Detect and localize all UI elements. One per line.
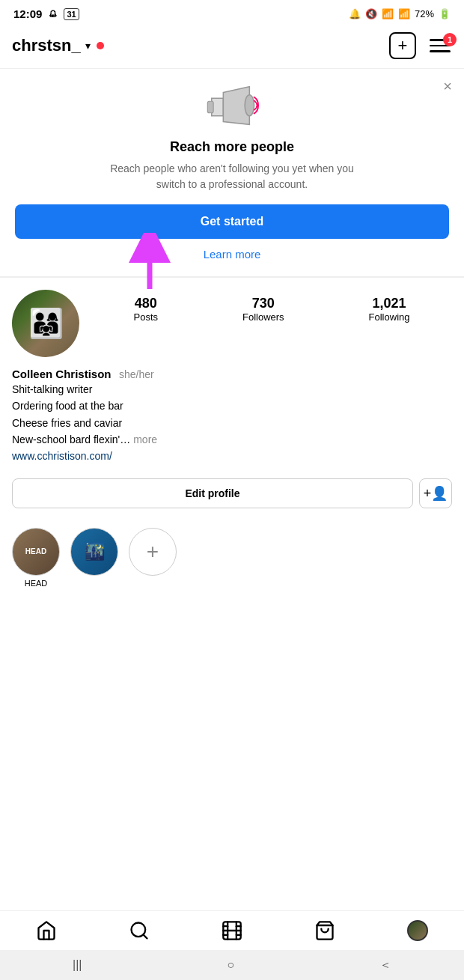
learn-more-link[interactable]: Learn more (204, 248, 261, 261)
bio-name-line: Colleen Christison she/her (12, 368, 452, 381)
pronoun: she/her (119, 368, 154, 380)
highlight-circle-2: 🌃 (70, 528, 118, 576)
highlight-label-head: HEAD (25, 579, 48, 588)
menu-button[interactable]: 1 (428, 37, 452, 54)
followers-label: Followers (242, 311, 284, 323)
bio-line-1: Shit-talking writer (12, 381, 452, 398)
username-display[interactable]: chrstsn_ (12, 36, 81, 55)
android-home-button[interactable]: ○ (227, 958, 234, 972)
svg-line-7 (143, 934, 147, 938)
followers-count: 730 (242, 296, 284, 311)
mute-icon: 🔇 (365, 8, 377, 19)
android-back-button[interactable]: ＜ (379, 958, 391, 973)
nav-search[interactable] (120, 919, 158, 943)
posts-label: Posts (133, 311, 158, 323)
highlight-item-add[interactable]: + (129, 528, 177, 588)
status-indicators: 🔔 🔇 📶 📶 72% 🔋 (349, 8, 451, 19)
home-icon (36, 920, 57, 941)
pink-arrow-icon (120, 233, 180, 293)
following-stat[interactable]: 1,021 Following (369, 296, 410, 323)
android-nav: ||| ○ ＜ (0, 950, 464, 980)
header-actions: + 1 (388, 31, 452, 61)
svg-point-2 (245, 95, 254, 116)
search-icon (129, 920, 150, 941)
promo-title: Reach more people (15, 139, 449, 155)
time-display: 12:09 (13, 7, 42, 20)
new-post-button[interactable]: + (388, 31, 418, 61)
battery-indicator: 72% (415, 8, 434, 19)
chevron-down-icon[interactable]: ▾ (85, 40, 91, 52)
profile-link[interactable]: www.cchristison.com/ (12, 450, 452, 462)
avatar (12, 290, 79, 357)
nav-reels[interactable] (213, 919, 251, 943)
promo-description: Reach people who aren't following you ye… (105, 161, 359, 192)
signal-icon: 📶 (398, 8, 410, 19)
nav-profile[interactable] (399, 919, 436, 943)
bio-line-2: Ordering food at the bar (12, 398, 452, 414)
plus-square-icon: + (389, 32, 416, 59)
nav-home[interactable] (28, 919, 65, 943)
profile-nav-avatar (407, 920, 428, 941)
shop-icon (314, 920, 335, 941)
bio-line-4: New-school bard flexin'… more (12, 431, 452, 448)
profile-top-row: 480 Posts 730 Followers 1,021 Following (12, 290, 452, 357)
promo-close-button[interactable]: × (443, 78, 452, 95)
highlight-item-2[interactable]: 🌃 (70, 528, 118, 588)
profile-section: 480 Posts 730 Followers 1,021 Following … (0, 278, 464, 517)
battery-icon: 🔋 (439, 8, 451, 19)
posts-stat[interactable]: 480 Posts (133, 296, 158, 323)
reels-icon (222, 920, 242, 941)
add-person-icon: +👤 (424, 485, 448, 502)
calendar-icon: 31 (64, 8, 79, 20)
online-indicator (97, 42, 104, 49)
promo-banner: × Reach more people Reach people who are… (0, 69, 464, 277)
edit-profile-button[interactable]: Edit profile (12, 478, 413, 508)
profile-action-buttons: Edit profile +👤 (12, 478, 452, 508)
header-left: chrstsn_ ▾ (12, 36, 104, 55)
get-started-button[interactable]: Get started (15, 204, 449, 239)
wifi-icon: 📶 (382, 8, 394, 19)
highlight-circle-add: + (129, 528, 177, 576)
status-bar: 12:09 🕭 31 🔔 🔇 📶 📶 72% 🔋 (0, 0, 464, 25)
highlights-row: HEAD HEAD 🌃 + (0, 517, 464, 594)
following-count: 1,021 (369, 296, 410, 311)
notification-icon: 🕭 (48, 8, 58, 19)
bottom-nav (0, 910, 464, 950)
alarm-icon: 🔔 (349, 8, 361, 19)
add-person-button[interactable]: +👤 (419, 478, 452, 508)
add-highlight-icon: + (147, 541, 159, 562)
nav-shop[interactable] (306, 919, 344, 943)
highlight-circle-head: HEAD (12, 528, 60, 576)
svg-rect-3 (207, 101, 213, 113)
posts-count: 480 (133, 296, 158, 311)
following-label: Following (369, 311, 410, 323)
bio-line-3: Cheese fries and caviar (12, 415, 452, 431)
bio-more-link[interactable]: more (133, 433, 157, 445)
notification-badge: 1 (443, 33, 457, 46)
bio-section: Colleen Christison she/her Shit-talking … (12, 368, 452, 471)
app-header: chrstsn_ ▾ + 1 (0, 25, 464, 69)
stats-row: 480 Posts 730 Followers 1,021 Following (91, 290, 452, 323)
highlight-head-label: HEAD (25, 547, 46, 556)
megaphone-icon (202, 81, 262, 133)
avatar-wrap[interactable] (12, 290, 79, 357)
highlight-item-head[interactable]: HEAD HEAD (12, 528, 60, 588)
android-recent-button[interactable]: ||| (73, 958, 82, 972)
highlight-image-2: 🌃 (85, 542, 105, 561)
status-time: 12:09 🕭 31 (13, 7, 79, 20)
display-name: Colleen Christison (12, 368, 112, 380)
followers-stat[interactable]: 730 Followers (242, 296, 284, 323)
